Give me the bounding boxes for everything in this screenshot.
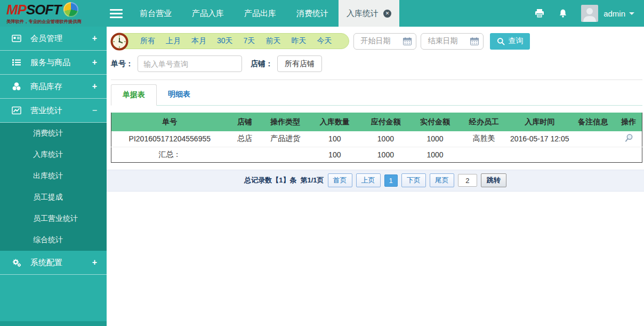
submenu-item-inbound-stats[interactable]: 入库统计 <box>0 144 107 165</box>
cubes-icon <box>12 82 22 91</box>
main-content: 所有 上月 本月 30天 7天 前天 昨天 今天 开始日期 <box>107 27 644 326</box>
sidebar-item-label: 营业统计 <box>30 106 62 116</box>
date-filter-row: 所有 上月 本月 30天 7天 前天 昨天 今天 开始日期 <box>111 32 642 50</box>
quick-range-this-month[interactable]: 本月 <box>186 36 212 46</box>
first-page-button[interactable]: 首页 <box>328 173 352 187</box>
col-qty: 入库数量 <box>309 113 360 131</box>
jump-button[interactable]: 跳转 <box>481 173 506 187</box>
jump-page-input[interactable] <box>458 174 477 187</box>
expand-plus-icon[interactable]: + <box>92 58 97 67</box>
logo-text: MPSOFT <box>6 3 61 17</box>
gears-icon <box>12 258 22 267</box>
sidebar-item-label: 商品库存 <box>30 82 62 92</box>
expand-plus-icon[interactable]: + <box>92 258 97 267</box>
cell-qty: 100 <box>309 131 360 147</box>
caret-down-icon <box>629 12 634 15</box>
user-avatar[interactable] <box>581 5 598 22</box>
hamburger-menu-icon[interactable] <box>110 0 123 27</box>
end-date-input[interactable]: 结束日期 <box>421 33 484 50</box>
table-row: PI201605171204556955 总店 产品进货 100 1000 10… <box>111 131 642 147</box>
id-card-icon <box>12 34 22 43</box>
report-tabs: 单据表 明细表 <box>111 84 642 106</box>
print-icon[interactable] <box>534 9 545 18</box>
order-filter-row: 单号： 店铺： 所有店铺 <box>111 55 642 72</box>
page-indicator-text: 第1/1页 <box>300 176 324 185</box>
tab-close-icon[interactable]: ✕ <box>383 10 391 18</box>
cell-payable: 1000 <box>360 131 412 147</box>
nav-item-consumption-stats[interactable]: 消费统计 <box>286 0 339 27</box>
sidebar-item-system-config[interactable]: 系统配置 + <box>0 251 107 275</box>
summary-payable: 1000 <box>360 147 412 162</box>
brand-tagline: 美萍软件，专业的企业管理软件提供商 <box>6 18 99 25</box>
submenu-item-staff-business-stats[interactable]: 员工营业统计 <box>0 208 107 229</box>
cell-staff: 高胜美 <box>459 131 509 147</box>
col-time: 入库时间 <box>509 113 570 131</box>
nav-tab-inbound-stats-active[interactable]: 入库统计 ✕ <box>339 0 399 27</box>
quick-range-all[interactable]: 所有 <box>135 36 160 46</box>
nav-item-product-outbound[interactable]: 产品出库 <box>234 0 286 27</box>
sidebar-item-members[interactable]: 会员管理 + <box>0 27 107 51</box>
sidebar-item-inventory[interactable]: 商品库存 + <box>0 75 107 99</box>
line-chart-icon <box>12 106 22 115</box>
expand-plus-icon[interactable]: + <box>92 34 97 43</box>
quick-date-bar: 所有 上月 本月 30天 7天 前天 昨天 今天 <box>111 33 349 49</box>
nav-item-product-inbound[interactable]: 产品入库 <box>182 0 234 27</box>
sidebar-item-label: 会员管理 <box>30 34 62 44</box>
business-stats-submenu: 消费统计 入库统计 出库统计 员工提成 员工营业统计 综合统计 <box>0 123 107 251</box>
sidebar-item-services-goods[interactable]: 服务与商品 + <box>0 51 107 75</box>
search-icon <box>497 37 505 45</box>
store-selector-button[interactable]: 所有店铺 <box>277 55 322 72</box>
current-page-button[interactable]: 1 <box>384 174 398 187</box>
quick-range-today[interactable]: 今天 <box>311 36 337 46</box>
top-navbar: MPSOFT 美萍软件，专业的企业管理软件提供商 前台营业 产品入库 产品出库 … <box>0 0 644 27</box>
query-button-label: 查询 <box>508 36 523 46</box>
sidebar-item-label: 系统配置 <box>30 258 62 268</box>
sidebar-item-label: 服务与商品 <box>30 58 70 68</box>
col-action: 操作 <box>616 113 642 131</box>
clock-icon <box>110 32 128 53</box>
tab-detail-report[interactable]: 明细表 <box>157 84 202 105</box>
row-detail-magnifier-icon[interactable] <box>616 131 642 147</box>
col-op-type: 操作类型 <box>261 113 309 131</box>
summary-row: 汇总： 100 1000 1000 <box>111 147 642 162</box>
sidebar: 会员管理 + 服务与商品 + 商品库存 + <box>0 27 107 326</box>
expand-plus-icon[interactable]: + <box>92 82 97 91</box>
nav-item-front-desk[interactable]: 前台营业 <box>130 0 182 27</box>
tab-order-report[interactable]: 单据表 <box>111 84 157 106</box>
summary-qty: 100 <box>309 147 360 162</box>
section-divider <box>111 79 642 80</box>
inbound-records-table: 单号 店铺 操作类型 入库数量 应付金额 实付金额 经办员工 入库时间 备注信息… <box>111 113 642 163</box>
user-menu[interactable]: admin <box>603 9 634 18</box>
brand-logo: MPSOFT 美萍软件，专业的企业管理软件提供商 <box>0 0 107 27</box>
cell-order-no: PI201605171204556955 <box>111 131 228 147</box>
submenu-item-comprehensive-stats[interactable]: 综合统计 <box>0 229 107 251</box>
cell-time: 2016-05-17 12:05 <box>509 131 570 147</box>
cell-store: 总店 <box>228 131 262 147</box>
submenu-item-staff-commission[interactable]: 员工提成 <box>0 187 107 208</box>
cell-op-type: 产品进货 <box>261 131 309 147</box>
next-page-button[interactable]: 下页 <box>401 173 426 187</box>
globe-icon <box>63 2 78 17</box>
list-icon <box>12 58 22 67</box>
submenu-item-outbound-stats[interactable]: 出库统计 <box>0 165 107 187</box>
calendar-icon <box>470 37 479 45</box>
order-no-label: 单号： <box>111 59 133 69</box>
active-tab-label: 入库统计 <box>347 9 379 19</box>
cell-paid: 1000 <box>411 131 459 147</box>
submenu-item-consumption-stats[interactable]: 消费统计 <box>0 123 107 144</box>
start-date-input[interactable]: 开始日期 <box>353 33 416 50</box>
sidebar-item-business-stats[interactable]: 营业统计 − <box>0 99 107 123</box>
query-button[interactable]: 查询 <box>490 33 530 50</box>
quick-range-last-month[interactable]: 上月 <box>160 36 186 46</box>
last-page-button[interactable]: 尾页 <box>430 173 454 187</box>
sidebar-bottom-strip <box>0 321 107 326</box>
quick-range-yesterday[interactable]: 昨天 <box>286 36 311 46</box>
notification-bell-icon[interactable] <box>558 9 568 19</box>
order-no-input[interactable] <box>138 55 242 72</box>
prev-page-button[interactable]: 上页 <box>356 173 381 187</box>
collapse-minus-icon[interactable]: − <box>92 106 97 115</box>
col-note: 备注信息 <box>570 113 616 131</box>
quick-range-7-days[interactable]: 7天 <box>238 36 261 46</box>
quick-range-day-before-yesterday[interactable]: 前天 <box>260 36 286 46</box>
quick-range-30-days[interactable]: 30天 <box>212 36 238 46</box>
